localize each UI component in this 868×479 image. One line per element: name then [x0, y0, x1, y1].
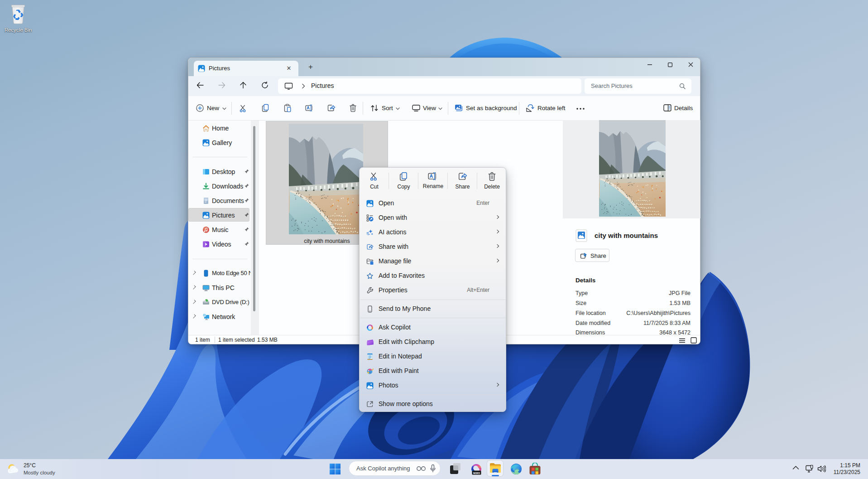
- svg-text:M365: M365: [473, 472, 480, 474]
